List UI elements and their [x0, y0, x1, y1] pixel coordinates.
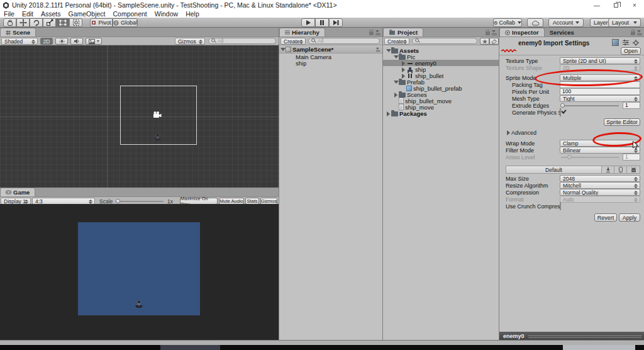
- sprite-editor-button[interactable]: Sprite Editor: [604, 118, 640, 126]
- foldout-icon[interactable]: [401, 67, 406, 72]
- foldout-icon[interactable]: [280, 47, 286, 52]
- transform-tool-button[interactable]: [69, 18, 82, 27]
- advanced-foldout[interactable]: Advanced: [499, 129, 644, 136]
- asset-preview-bar[interactable]: enemy0: [499, 332, 644, 340]
- camera-gizmo-icon[interactable]: [153, 111, 162, 118]
- foldout-icon[interactable]: [393, 92, 399, 98]
- tab-scene[interactable]: Scene: [0, 28, 36, 37]
- project-item-prefab[interactable]: Prefab: [383, 79, 499, 85]
- hierarchy-scene-row[interactable]: SampleScene*: [279, 46, 382, 54]
- platform-default-tab[interactable]: Default: [506, 166, 602, 173]
- move-tool-button[interactable]: [16, 18, 30, 27]
- foldout-icon[interactable]: [393, 54, 399, 60]
- project-item-packages[interactable]: Packages: [383, 110, 499, 116]
- hierarchy-item-main-camera[interactable]: Main Camera: [279, 54, 382, 60]
- scene-effects-button[interactable]: [86, 38, 102, 45]
- platform-iphone-tab[interactable]: [614, 166, 627, 173]
- hierarchy-search-input[interactable]: All: [308, 38, 380, 44]
- hierarchy-create-dropdown[interactable]: Create: [280, 38, 306, 45]
- mesh-type-dropdown[interactable]: Tight: [560, 95, 640, 102]
- cloud-button[interactable]: [527, 18, 543, 27]
- slider-thumb[interactable]: [560, 103, 565, 108]
- foldout-icon[interactable]: [386, 48, 391, 54]
- resize-algorithm-dropdown[interactable]: Mitchell: [560, 182, 640, 189]
- menu-assets[interactable]: Assets: [37, 10, 65, 18]
- global-toggle-button[interactable]: Global: [113, 18, 138, 27]
- wrap-mode-dropdown[interactable]: Clamp: [560, 140, 640, 147]
- foldout-icon[interactable]: [401, 73, 406, 79]
- scale-tool-button[interactable]: [43, 18, 56, 27]
- tab-services[interactable]: Services: [545, 28, 579, 37]
- project-item-scenes[interactable]: Scenes: [383, 91, 499, 98]
- generate-physics-checkbox[interactable]: [560, 108, 561, 116]
- menu-file[interactable]: File: [0, 10, 18, 18]
- project-item-ship-bullet-move[interactable]: ship_bullet_move: [383, 98, 499, 104]
- project-item-ship-bullet-prefab[interactable]: ship_bullet_prefab: [383, 85, 499, 91]
- restore-button[interactable]: [606, 0, 625, 10]
- scene-viewport[interactable]: [0, 45, 279, 188]
- search-by-label-button[interactable]: [489, 38, 499, 45]
- hierarchy-item-ship[interactable]: ship: [279, 60, 382, 66]
- collab-button[interactable]: Collab: [493, 18, 522, 27]
- apply-button[interactable]: Apply: [619, 213, 640, 222]
- lock-icon[interactable]: [631, 31, 635, 35]
- project-item-ship-bullet[interactable]: ship_bullet: [383, 72, 499, 79]
- pane-menu-icon[interactable]: [637, 30, 643, 35]
- texture-type-dropdown[interactable]: Sprite (2D and UI): [560, 57, 640, 64]
- project-item-pic[interactable]: Pic: [383, 54, 499, 60]
- account-button[interactable]: Account: [548, 18, 584, 27]
- minimize-button[interactable]: —: [587, 0, 606, 10]
- packing-tag-field[interactable]: [560, 81, 640, 88]
- scene-gizmos-dropdown[interactable]: Gizmos: [175, 38, 205, 45]
- pause-button[interactable]: [315, 18, 329, 27]
- ship-gizmo-sprite[interactable]: [154, 134, 162, 141]
- scene-audio-button[interactable]: [70, 38, 83, 45]
- open-button[interactable]: Open: [621, 47, 641, 55]
- lock-icon[interactable]: [369, 31, 374, 35]
- project-item-enemy0[interactable]: enemy0: [383, 60, 499, 66]
- foldout-icon[interactable]: [401, 60, 406, 66]
- slider-thumb[interactable]: [116, 199, 120, 203]
- project-item-ship-move[interactable]: ship_move: [383, 104, 499, 110]
- hand-tool-button[interactable]: [3, 18, 16, 27]
- project-item-assets[interactable]: Assets: [383, 47, 499, 54]
- game-viewport[interactable]: [0, 204, 279, 340]
- tab-hierarchy[interactable]: Hierarchy: [279, 28, 325, 37]
- scene-search-input[interactable]: All: [208, 38, 276, 44]
- tab-game[interactable]: Game: [0, 188, 35, 196]
- 2d-toggle-button[interactable]: 2D: [40, 38, 53, 45]
- project-search-input[interactable]: [412, 38, 477, 44]
- revert-button[interactable]: Revert: [594, 213, 617, 222]
- pivot-toggle-button[interactable]: Pivot: [90, 18, 113, 27]
- use-crunch-checkbox[interactable]: [560, 202, 561, 210]
- platform-android-tab[interactable]: [627, 166, 640, 173]
- pane-menu-icon[interactable]: [492, 30, 497, 35]
- compression-dropdown[interactable]: Normal Quality: [560, 189, 640, 196]
- play-button[interactable]: [301, 18, 315, 27]
- tab-project[interactable]: Project: [383, 28, 423, 37]
- search-by-type-button[interactable]: [480, 38, 489, 45]
- foldout-icon[interactable]: [386, 111, 391, 116]
- pane-menu-icon[interactable]: [375, 30, 381, 35]
- menu-help[interactable]: Help: [182, 10, 203, 18]
- tab-inspector[interactable]: Inspector: [499, 28, 545, 37]
- menu-edit[interactable]: Edit: [18, 10, 37, 18]
- filter-mode-dropdown[interactable]: Bilinear: [560, 147, 640, 154]
- close-button[interactable]: ×: [625, 0, 644, 10]
- foldout-icon[interactable]: [393, 79, 399, 85]
- extrude-edges-slider[interactable]: [560, 102, 620, 109]
- preview-drag-handle[interactable]: [528, 334, 641, 338]
- pixels-per-unit-field[interactable]: 100: [560, 88, 640, 95]
- platform-standalone-tab[interactable]: [602, 166, 614, 173]
- max-size-dropdown[interactable]: 2048: [560, 175, 640, 182]
- layout-button[interactable]: Layout: [608, 18, 641, 27]
- project-create-dropdown[interactable]: Create: [384, 38, 409, 45]
- step-button[interactable]: [329, 18, 343, 27]
- gear-icon[interactable]: [633, 40, 639, 46]
- extrude-edges-field[interactable]: 1: [623, 102, 640, 109]
- rect-tool-button[interactable]: [56, 18, 69, 27]
- rotate-tool-button[interactable]: [30, 18, 43, 27]
- shading-mode-dropdown[interactable]: Shaded: [1, 38, 38, 45]
- sprite-mode-dropdown[interactable]: Multiple: [560, 74, 640, 81]
- menu-component[interactable]: Component: [109, 10, 150, 18]
